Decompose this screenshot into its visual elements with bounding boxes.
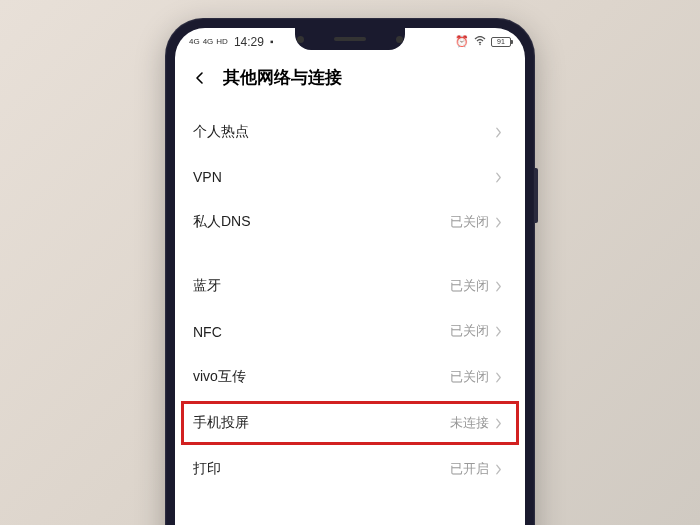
list-item-right <box>495 126 507 138</box>
time: 14:29 <box>234 35 264 49</box>
chevron-right-icon <box>495 463 507 475</box>
list-item-label: NFC <box>193 324 222 340</box>
list-item-right: 已关闭 <box>450 369 507 386</box>
screen: 4G 4G HD 14:29 ▪ ⏰ 91 其他网络与连接 个人 <box>175 28 525 525</box>
list-item-label: 蓝牙 <box>193 277 221 295</box>
list-item-value: 已关闭 <box>450 323 489 340</box>
list-item-value: 已关闭 <box>450 369 489 386</box>
list-item[interactable]: 私人DNS已关闭 <box>175 199 525 245</box>
notch <box>295 28 405 50</box>
phone-frame: 4G 4G HD 14:29 ▪ ⏰ 91 其他网络与连接 个人 <box>165 18 535 525</box>
list-item-right <box>495 171 507 183</box>
back-button[interactable] <box>191 69 209 87</box>
list-item-right: 已关闭 <box>450 278 507 295</box>
chevron-right-icon <box>495 326 507 338</box>
list-item[interactable]: 个人热点 <box>175 109 525 155</box>
chevron-right-icon <box>495 417 507 429</box>
list-item-value: 已关闭 <box>450 214 489 231</box>
list-item-label: 私人DNS <box>193 213 251 231</box>
wifi-icon <box>474 36 486 48</box>
list-item-right: 已开启 <box>450 461 507 478</box>
list-item[interactable]: 打印已开启 <box>175 446 525 492</box>
status-right: ⏰ 91 <box>455 35 511 48</box>
list-item-label: 手机投屏 <box>193 414 249 432</box>
signal-2: 4G <box>203 38 214 46</box>
signal-1: 4G <box>189 38 200 46</box>
chevron-left-icon <box>193 71 207 85</box>
page-title: 其他网络与连接 <box>223 66 342 89</box>
header: 其他网络与连接 <box>175 52 525 101</box>
chevron-right-icon <box>495 280 507 292</box>
chevron-right-icon <box>495 216 507 228</box>
list-item-value: 未连接 <box>450 415 489 432</box>
section-gap <box>175 245 525 263</box>
hd-indicator: HD <box>216 38 228 46</box>
list-item-label: vivo互传 <box>193 368 246 386</box>
list-item-label: 个人热点 <box>193 123 249 141</box>
list-item-label: 打印 <box>193 460 221 478</box>
list-item-value: 已关闭 <box>450 278 489 295</box>
phone-side-button <box>535 168 538 223</box>
chevron-right-icon <box>495 171 507 183</box>
list-item-right: 已关闭 <box>450 214 507 231</box>
list-item-right: 已关闭 <box>450 323 507 340</box>
list-item[interactable]: VPN <box>175 155 525 199</box>
camera-icon: ▪ <box>270 36 274 47</box>
list-item[interactable]: 手机投屏未连接 <box>175 400 525 446</box>
chevron-right-icon <box>495 371 507 383</box>
status-left: 4G 4G HD 14:29 ▪ <box>189 35 273 49</box>
list-item-right: 未连接 <box>450 415 507 432</box>
list-item[interactable]: NFC已关闭 <box>175 309 525 354</box>
list-item[interactable]: 蓝牙已关闭 <box>175 263 525 309</box>
list-item-value: 已开启 <box>450 461 489 478</box>
alarm-icon: ⏰ <box>455 35 469 48</box>
list-item-label: VPN <box>193 169 222 185</box>
list-item[interactable]: vivo互传已关闭 <box>175 354 525 400</box>
svg-point-0 <box>479 43 481 45</box>
chevron-right-icon <box>495 126 507 138</box>
settings-list: 个人热点VPN私人DNS已关闭蓝牙已关闭NFC已关闭vivo互传已关闭手机投屏未… <box>175 101 525 500</box>
battery-icon: 91 <box>491 37 511 47</box>
